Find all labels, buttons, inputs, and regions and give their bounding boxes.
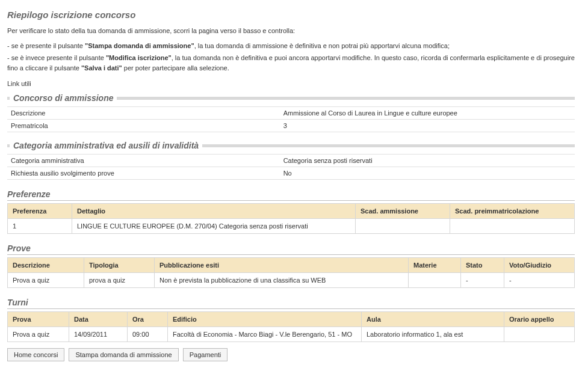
key-prematricola: Prematricola: [7, 120, 280, 132]
table-row: Prova a quiz prova a quiz Non è prevista…: [8, 273, 575, 288]
cell-prove-stato: -: [461, 273, 504, 288]
cell-preferenza: 1: [8, 219, 72, 234]
pagamenti-button[interactable]: Pagamenti: [183, 348, 228, 361]
table-preferenze: Preferenza Dettaglio Scad. ammissione Sc…: [7, 203, 575, 234]
cell-prove-tipologia: prova a quiz: [84, 273, 155, 288]
cell-dettaglio: LINGUE E CULTURE EUROPEE (D.M. 270/04) C…: [72, 219, 356, 234]
table-row: Prova a quiz 14/09/2011 09:00 Facoltà di…: [8, 327, 575, 342]
home-concorsi-button[interactable]: Home concorsi: [7, 348, 64, 361]
value-categoria-amministrativa: Categoria senza posti riservati: [280, 155, 575, 167]
button-row: Home concorsi Stampa domanda di ammissio…: [7, 348, 575, 361]
legend-categoria: Categoria amministrativa ed ausili di in…: [10, 141, 202, 150]
bullet-2-strong-2: "Salva i dati": [81, 64, 122, 72]
cell-prove-voto: -: [504, 273, 575, 288]
th-prove-descrizione: Descrizione: [8, 258, 84, 273]
bullet-2: - se è invece presente il pulsante "Modi…: [7, 53, 575, 73]
key-descrizione: Descrizione: [7, 107, 280, 120]
cell-prove-pubblicazione: Non è prevista la pubblicazione di una c…: [155, 273, 409, 288]
th-scad-ammissione: Scad. ammissione: [356, 204, 450, 219]
bullet-2-strong-1: "Modifica iscrizione": [106, 54, 172, 61]
stampa-domanda-button[interactable]: Stampa domanda di ammissione: [69, 348, 178, 361]
table-categoria: Categoria amministrativa Categoria senza…: [7, 154, 575, 180]
th-turni-edificio: Edificio: [168, 312, 362, 327]
th-turni-aula: Aula: [362, 312, 504, 327]
bullet-1-strong: "Stampa domanda di ammissione": [85, 42, 194, 49]
th-dettaglio: Dettaglio: [72, 204, 356, 219]
cell-prove-descrizione: Prova a quiz: [8, 273, 84, 288]
bullet-1-suffix: , la tua domanda di ammissione è definit…: [194, 42, 450, 49]
th-scad-preimmatricolazione: Scad. preimmatricolazione: [450, 204, 575, 219]
bullet-2-suffix: per poter partecipare alla selezione.: [122, 64, 229, 72]
th-prove-stato: Stato: [461, 258, 504, 273]
th-prove-tipologia: Tipologia: [84, 258, 155, 273]
th-preferenza: Preferenza: [8, 204, 72, 219]
section-title-preferenze: Preferenze: [7, 189, 575, 201]
fieldset-categoria: Categoria amministrativa ed ausili di in…: [7, 141, 575, 180]
cell-scad-ammissione: [356, 219, 450, 234]
th-prove-pubblicazione: Pubblicazione esiti: [155, 258, 409, 273]
intro-text: Per verificare lo stato della tua domand…: [7, 26, 575, 36]
bullet-1-prefix: - se è presente il pulsante: [7, 42, 85, 49]
th-prove-materie: Materie: [409, 258, 461, 273]
row-concorso-0: Descrizione Ammissione al Corso di Laure…: [7, 107, 575, 120]
page-title: Riepilogo iscrizione concorso: [7, 10, 575, 20]
table-concorso: Descrizione Ammissione al Corso di Laure…: [7, 106, 575, 132]
value-prematricola: 3: [280, 120, 575, 132]
row-concorso-1: Prematricola 3: [7, 120, 575, 132]
cell-turni-ora: 09:00: [128, 327, 168, 342]
cell-scad-preimmatricolazione: [450, 219, 575, 234]
cell-turni-orario: [504, 327, 575, 342]
th-prove-voto: Voto/Giudizio: [504, 258, 575, 273]
section-title-turni: Turni: [7, 298, 575, 309]
key-categoria-amministrativa: Categoria amministrativa: [7, 155, 280, 167]
cell-turni-edificio: Facoltà di Economia - Marco Biagi - V.le…: [168, 327, 362, 342]
bullet-2-prefix: - se è invece presente il pulsante: [7, 54, 106, 61]
bullet-1: - se è presente il pulsante "Stampa doma…: [7, 41, 575, 51]
link-utili-label: Link utili: [7, 80, 575, 87]
table-prove: Descrizione Tipologia Pubblicazione esit…: [7, 257, 575, 288]
th-turni-prova: Prova: [8, 312, 69, 327]
cell-turni-aula: Laboratorio informatico 1, ala est: [362, 327, 504, 342]
table-row: 1 LINGUE E CULTURE EUROPEE (D.M. 270/04)…: [8, 219, 575, 234]
section-title-prove: Prove: [7, 243, 575, 255]
value-richiesta-ausilio: No: [280, 167, 575, 180]
th-turni-ora: Ora: [128, 312, 168, 327]
row-categoria-0: Categoria amministrativa Categoria senza…: [7, 155, 575, 167]
table-turni: Prova Data Ora Edificio Aula Orario appe…: [7, 311, 575, 342]
th-turni-orario: Orario appello: [504, 312, 575, 327]
cell-prove-materie: [409, 273, 461, 288]
fieldset-concorso: Concorso di ammissione Descrizione Ammis…: [7, 93, 575, 132]
row-categoria-1: Richiesta ausilio svolgimento prove No: [7, 167, 575, 180]
key-richiesta-ausilio: Richiesta ausilio svolgimento prove: [7, 167, 280, 180]
cell-turni-data: 14/09/2011: [69, 327, 128, 342]
value-descrizione: Ammissione al Corso di Laurea in Lingue …: [280, 107, 575, 120]
cell-turni-prova: Prova a quiz: [8, 327, 69, 342]
th-turni-data: Data: [69, 312, 128, 327]
legend-concorso: Concorso di ammissione: [10, 93, 117, 103]
